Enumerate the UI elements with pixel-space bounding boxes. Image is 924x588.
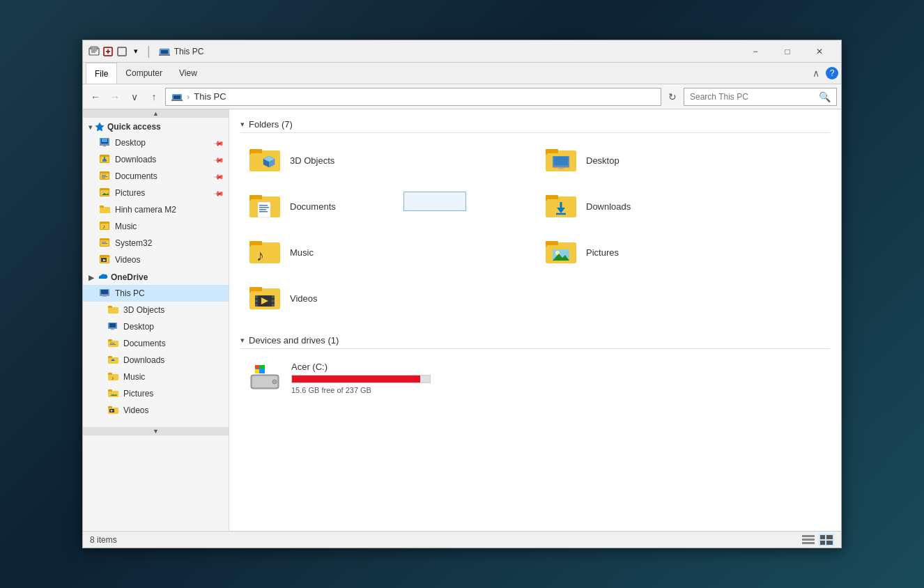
qat-icon-3[interactable] [116,46,128,57]
search-box[interactable]: 🔍 [684,88,837,106]
path-text: This PC [194,91,226,102]
forward-button[interactable]: → [107,88,123,105]
tab-computer[interactable]: Computer [117,63,171,84]
svg-point-68 [111,393,112,394]
tab-file[interactable]: File [86,63,117,84]
svg-rect-61 [108,356,112,358]
folder-item-3dobjects[interactable]: 3D Objects [240,139,534,182]
maximize-button[interactable]: □ [771,40,803,63]
title-bar: ▾ | This PC − □ ✕ [83,40,841,63]
ribbon: File Computer View ∧ ? [83,63,841,84]
address-path[interactable]: › This PC [165,88,661,106]
sidebar-thispc-downloads[interactable]: Downloads [83,352,229,369]
sidebar-thispc-documents[interactable]: Documents [83,335,229,352]
onedrive-label: OneDrive [111,272,148,282]
pictures-icon-sm [108,388,119,399]
refresh-button[interactable]: ↻ [664,88,681,105]
svg-rect-7 [118,47,126,56]
svg-rect-19 [102,139,107,142]
folder-icon-downloads [546,189,579,223]
sidebar-thispc-desktop[interactable]: Desktop [83,318,229,335]
folders-arrow: ▾ [240,120,245,129]
quick-access-header[interactable]: ▾ Quick access [83,118,229,134]
svg-point-125 [272,380,277,384]
tab-view[interactable]: View [171,63,206,84]
svg-rect-29 [102,178,105,178]
drives-arrow: ▾ [240,336,245,345]
sidebar-item-system32[interactable]: System32 [83,235,229,252]
folder-item-videos[interactable]: Videos [240,277,534,320]
svg-rect-42 [102,243,107,244]
onedrive-header[interactable]: ▶ OneDrive [83,268,229,285]
title-bar-title-area: This PC [159,46,739,57]
sidebar-item-pictures[interactable]: Pictures 📌 [83,185,229,201]
sidebar-item-downloads[interactable]: Downloads 📌 [83,151,229,168]
close-button[interactable]: ✕ [803,40,836,63]
folders-grid: 3D Objects [240,139,830,320]
svg-rect-116 [255,295,258,298]
ribbon-tab-bar: File Computer View ∧ ? [83,63,841,84]
svg-rect-50 [102,296,107,297]
svg-point-32 [102,192,105,194]
sidebar-item-documents[interactable]: Documents 📌 [83,168,229,185]
sidebar-item-hinh-camera[interactable]: Hinh camera M2 [83,201,229,218]
folder-icon-videos [249,281,283,315]
svg-rect-129 [255,369,259,373]
svg-rect-52 [108,306,112,308]
sidebar-thispc-pictures[interactable]: Pictures [83,385,229,402]
folder-item-documents[interactable]: Documents [240,185,534,228]
sidebar-thispc-videos[interactable]: Videos [83,402,229,419]
sidebar-item-desktop[interactable]: Desktop 📌 [83,134,229,151]
sidebar-thispc-music[interactable]: ♪ Music [83,369,229,385]
svg-rect-119 [272,295,275,298]
folder-item-music[interactable]: ♪ Music [240,231,534,274]
svg-rect-134 [820,535,825,539]
scroll-up-button[interactable]: ▲ [83,109,229,118]
folder-icon-desktop [546,144,579,177]
folder-name-3dobjects: 3D Objects [290,155,334,166]
view-details-button[interactable] [801,534,816,546]
svg-rect-51 [108,307,118,314]
svg-rect-133 [802,542,815,544]
drive-item-c[interactable]: Acer (C:) 15.6 GB free of 237 GB [240,355,830,401]
sidebar-videos-label: Videos [115,255,140,265]
onedrive-arrow: ▶ [88,274,94,281]
svg-rect-35 [100,206,104,208]
search-icon: 🔍 [819,91,831,102]
qat-customize[interactable]: ▾ [130,46,141,57]
drives-section-header[interactable]: ▾ Devices and drives (1) [240,331,830,349]
svg-rect-66 [108,391,118,397]
3dobjects-icon-sm [108,304,119,316]
ribbon-help-btn[interactable]: ? [826,67,838,79]
status-bar-right [801,534,834,546]
folders-section-header[interactable]: ▾ Folders (7) [240,115,830,133]
svg-rect-137 [826,541,833,545]
recent-locations-button[interactable]: ∨ [126,88,143,105]
view-tiles-button[interactable] [819,534,834,546]
qat-icon-2[interactable] [102,46,114,57]
sidebar-item-videos[interactable]: Videos [83,252,229,268]
folder-item-downloads[interactable]: Downloads [537,185,830,228]
sidebar-thispc-3dobjects[interactable]: 3D Objects [83,302,229,318]
search-input[interactable] [690,92,816,102]
scroll-down-button[interactable]: ▼ [83,427,229,435]
drive-name-c: Acer (C:) [291,362,431,372]
videos-icon-sm [108,405,119,416]
path-separator: › [187,91,190,102]
back-button[interactable]: ← [87,88,104,105]
status-bar: 8 items [83,531,841,548]
svg-text:♪: ♪ [111,376,114,380]
svg-rect-64 [108,373,112,375]
svg-rect-132 [802,539,815,541]
sidebar-item-music[interactable]: ♪ Music [83,218,229,235]
up-button[interactable]: ↑ [146,88,162,105]
ribbon-expand-btn[interactable]: ∧ [809,66,823,80]
sidebar-pictures-label: Pictures [115,188,145,198]
svg-rect-10 [159,54,170,56]
folder-item-pictures[interactable]: Pictures [537,231,830,274]
qat-icon-1[interactable] [88,46,100,57]
minimize-button[interactable]: − [739,40,771,63]
explorer-window: ▾ | This PC − □ ✕ File Computer View ∧ ? [82,40,842,548]
folder-item-desktop[interactable]: Desktop [537,139,830,182]
sidebar-item-thispc[interactable]: This PC [83,285,229,302]
